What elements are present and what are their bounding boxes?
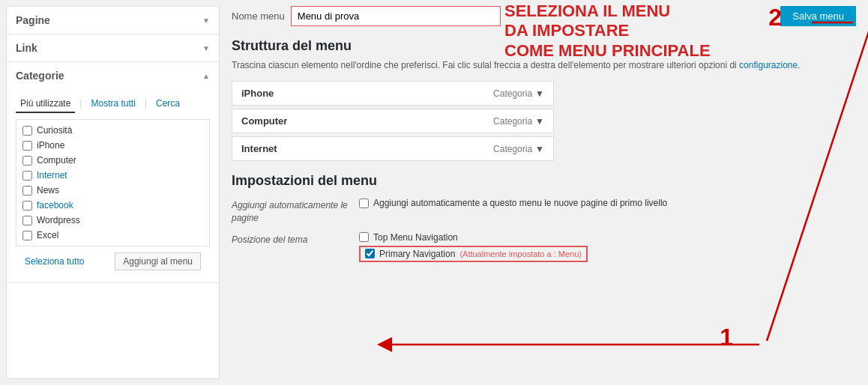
sidebar: Pagine ▼ Link ▼ Categorie ▲ Più utilizza… — [6, 6, 220, 379]
categorie-header[interactable]: Categorie ▲ — [7, 62, 219, 89]
bottom-actions: Seleziona tutto Aggiungi al menu — [16, 246, 210, 276]
aggiungi-checkbox[interactable] — [359, 198, 369, 208]
news-label: News — [37, 185, 59, 195]
list-item[interactable]: Wordpress — [16, 213, 209, 228]
aggiungi-control: Aggiungi automaticamente a questo menu l… — [359, 198, 856, 211]
categorie-section: Categorie ▲ Più utilizzate | Mostra tutt… — [7, 62, 219, 283]
aggiungi-menu-button[interactable]: Aggiungi al menu — [115, 252, 201, 270]
posizione-row: Posizione del tema Top Menu Navigation P… — [232, 232, 856, 262]
list-item[interactable]: Curiosità — [16, 123, 209, 138]
primary-nav-option: Primary Navigation (Attualmente impostat… — [359, 246, 588, 262]
nome-menu-row: Nome menu Salva menu — [232, 6, 856, 26]
link-header[interactable]: Link ▼ — [7, 34, 219, 61]
configurazione-link[interactable]: configurazione — [739, 60, 798, 70]
computer-label: Computer — [37, 155, 76, 166]
salva-menu-button[interactable]: Salva menu — [780, 6, 856, 26]
link-section: Link ▼ — [7, 34, 219, 62]
number-1-label: 1 — [720, 324, 733, 351]
iphone-checkbox[interactable] — [22, 141, 32, 151]
pagine-arrow-icon: ▼ — [202, 16, 210, 25]
computer-dropdown-icon[interactable]: ▼ — [535, 116, 544, 127]
facebook-link[interactable]: facebook — [37, 200, 73, 210]
categorie-arrow-icon: ▲ — [202, 72, 210, 80]
primary-nav-checkbox[interactable] — [365, 249, 375, 258]
iphone-menu-name: iPhone — [241, 88, 274, 99]
seleziona-tutto-link[interactable]: Seleziona tutto — [25, 256, 84, 267]
primary-nav-text: Primary Navigation — [379, 249, 455, 259]
menu-item-internet: Internet Categoria ▼ — [232, 136, 554, 161]
computer-type: Categoria ▼ — [493, 116, 544, 127]
struttura-desc: Trascina ciascun elemento nell'ordine ch… — [232, 58, 856, 72]
iphone-label: iPhone — [37, 140, 64, 151]
categorie-content: Più utilizzate | Mostra tutti | Cerca Cu… — [7, 89, 219, 282]
internet-dropdown-icon[interactable]: ▼ — [535, 144, 544, 154]
iphone-dropdown-icon[interactable]: ▼ — [535, 88, 544, 99]
internet-type: Categoria ▼ — [493, 144, 544, 154]
iphone-type: Categoria ▼ — [493, 88, 544, 99]
nome-menu-input[interactable] — [291, 6, 501, 26]
internet-link[interactable]: Internet — [37, 170, 67, 181]
aggiungi-control-text: Aggiungi automaticamente a questo menu l… — [373, 198, 667, 208]
pagine-header[interactable]: Pagine ▼ — [7, 7, 219, 34]
computer-menu-name: Computer — [241, 115, 287, 127]
wordpress-checkbox[interactable] — [22, 216, 32, 225]
posizione-control: Top Menu Navigation Primary Navigation (… — [359, 232, 856, 262]
curiosita-checkbox[interactable] — [22, 126, 32, 136]
aggiungi-row: Aggiungi automaticamente le pagine Aggiu… — [232, 198, 856, 225]
news-checkbox[interactable] — [22, 186, 32, 195]
curiosita-label: Curiosità — [37, 125, 72, 136]
internet-menu-name: Internet — [241, 143, 277, 154]
internet-checkbox[interactable] — [22, 171, 32, 181]
link-arrow-icon: ▼ — [202, 44, 210, 52]
list-item[interactable]: Internet — [16, 168, 209, 183]
top-menu-checkbox[interactable] — [359, 232, 369, 242]
list-item[interactable]: News — [16, 183, 209, 198]
wordpress-label: Wordpress — [37, 215, 80, 225]
attualmente-text: (Attualmente impostato a : Menu) — [459, 249, 582, 258]
struttura-section: Struttura del menu Trascina ciascun elem… — [232, 38, 856, 161]
top-menu-text: Top Menu Navigation — [373, 232, 458, 243]
aggiungi-control-label[interactable]: Aggiungi automaticamente a questo menu l… — [359, 198, 856, 208]
aggiungi-label: Aggiungi automaticamente le pagine — [232, 198, 359, 225]
top-menu-label[interactable]: Top Menu Navigation — [359, 232, 856, 243]
impostazioni-section: Impostazioni del menu Aggiungi automatic… — [232, 173, 856, 262]
internet-type-label: Categoria — [493, 144, 532, 154]
list-item[interactable]: iPhone — [16, 138, 209, 153]
posizione-label: Posizione del tema — [232, 232, 359, 246]
list-item[interactable]: Computer — [16, 153, 209, 168]
list-item[interactable]: facebook — [16, 198, 209, 213]
computer-checkbox[interactable] — [22, 156, 32, 166]
right-content: SELEZIONA IL MENU DA IMPOSTARE COME MENU… — [220, 0, 868, 385]
checklist-container: Curiosità iPhone Computer Internet — [16, 119, 210, 246]
pagine-label: Pagine — [16, 14, 50, 26]
menu-item-computer: Computer Categoria ▼ — [232, 109, 554, 133]
tab-cerca[interactable]: Cerca — [151, 95, 184, 113]
list-item[interactable]: Excel — [16, 228, 209, 243]
excel-checkbox[interactable] — [22, 231, 32, 240]
link-label: Link — [16, 42, 37, 54]
nome-menu-label: Nome menu — [232, 10, 285, 22]
tab-piu-utilizzate[interactable]: Più utilizzate — [16, 95, 75, 113]
impostazioni-title: Impostazioni del menu — [232, 173, 856, 189]
pagine-section: Pagine ▼ — [7, 7, 219, 34]
menu-item-iphone: iPhone Categoria ▼ — [232, 81, 554, 106]
categorie-tabs: Più utilizzate | Mostra tutti | Cerca — [16, 95, 210, 113]
tab-mostra-tutti[interactable]: Mostra tutti — [87, 95, 140, 113]
struttura-title: Struttura del menu — [232, 38, 856, 54]
excel-label: Excel — [37, 230, 58, 240]
computer-type-label: Categoria — [493, 116, 532, 127]
facebook-checkbox[interactable] — [22, 201, 32, 210]
iphone-type-label: Categoria — [493, 88, 532, 99]
categorie-label: Categorie — [16, 70, 64, 82]
